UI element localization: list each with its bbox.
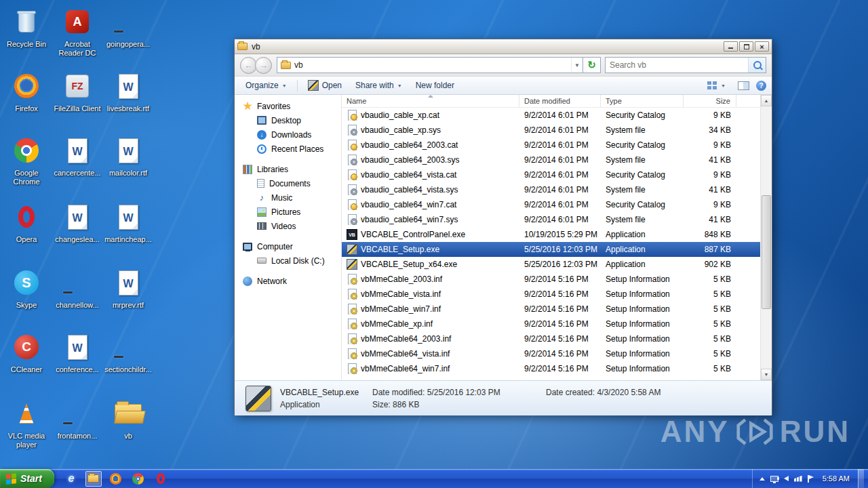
help-button[interactable]: [756, 81, 766, 91]
desktop-icon-recycle-bin[interactable]: Recycle Bin: [3, 5, 50, 49]
desktop-icon-cancercente[interactable]: cancercente...: [54, 134, 101, 178]
sidebar-item-desktop[interactable]: Desktop: [235, 113, 341, 127]
column-header-type[interactable]: Type: [601, 95, 684, 107]
opera-taskbar-icon[interactable]: [153, 471, 169, 487]
windows-explorer-taskbar-button[interactable]: [85, 471, 102, 487]
network-tray-icon[interactable]: [794, 476, 802, 482]
file-size: 5 KB: [684, 274, 736, 284]
file-row[interactable]: vbaudio_cable64_2003.cat9/2/2014 6:01 PM…: [342, 138, 760, 152]
organize-button[interactable]: Organize▼: [240, 79, 292, 92]
desktop-icon-changeslea[interactable]: changeslea...: [54, 201, 101, 244]
column-header-date-modified[interactable]: Date modified: [519, 95, 601, 107]
desktop-icon-vlc[interactable]: VLC media player: [3, 397, 50, 449]
file-row[interactable]: vbaudio_cable64_vista.sys9/2/2014 6:01 P…: [342, 182, 760, 197]
file-row[interactable]: vbMmeCable_xp.inf9/2/2014 5:16 PMSetup I…: [342, 317, 760, 331]
firefox-taskbar-icon[interactable]: [108, 471, 124, 487]
file-row[interactable]: vbaudio_cable_xp.sys9/2/2014 6:01 PMSyst…: [342, 123, 760, 138]
preview-pane-button[interactable]: [738, 81, 749, 90]
search-icon[interactable]: [748, 58, 766, 73]
refresh-button[interactable]: ↻: [583, 57, 601, 73]
blank-shortcut-icon: [104, 331, 152, 363]
navigation-bar: ← → vb ▼ ↻: [235, 54, 772, 77]
close-button[interactable]: ×: [755, 41, 769, 52]
desktop-icon-filezilla[interactable]: FileZilla Client: [54, 70, 101, 113]
vertical-scrollbar[interactable]: ▲ ▼: [760, 95, 772, 380]
file-row[interactable]: VBCABLE_Setup_x64.exe5/25/2016 12:03 PMA…: [342, 257, 760, 272]
desktop-icon-martincheap[interactable]: martincheap...: [104, 201, 152, 244]
column-header-name[interactable]: Name: [342, 95, 519, 107]
desktop-icon-conference[interactable]: conference...: [54, 331, 101, 374]
desktop-icon-skype[interactable]: Skype: [3, 266, 50, 310]
desktop-icon-label: Opera: [3, 235, 50, 244]
hidden-icons-arrow-icon[interactable]: [760, 477, 765, 481]
show-desktop-button[interactable]: [858, 469, 864, 488]
internet-explorer-taskbar-icon[interactable]: [63, 471, 79, 487]
taskbar-clock[interactable]: 5:58 AM: [823, 474, 850, 483]
desktop-icon-google-chrome[interactable]: Google Chrome: [3, 134, 50, 186]
desktop-icon-vb-folder[interactable]: vb: [104, 397, 152, 441]
title-bar[interactable]: vb ×: [235, 39, 772, 54]
file-row[interactable]: vbMmeCable64_vista.inf9/2/2014 5:16 PMSe…: [342, 346, 760, 361]
column-header-size[interactable]: Size: [684, 95, 736, 107]
desktop-icon-firefox[interactable]: Firefox: [3, 70, 50, 113]
maximize-button[interactable]: [739, 41, 753, 52]
file-row[interactable]: vbMmeCable_2003.inf9/2/2014 5:16 PMSetup…: [342, 272, 760, 287]
sidebar-section-libraries[interactable]: Libraries: [235, 162, 341, 176]
minimize-button[interactable]: [724, 41, 738, 52]
chrome-taskbar-icon[interactable]: [130, 471, 146, 487]
desktop[interactable]: { "colors":{"selection_blue":"#1d4fa0","…: [0, 0, 868, 488]
start-button[interactable]: Start: [0, 469, 54, 488]
file-row[interactable]: VBCABLE_ControlPanel.exe10/19/2015 5:29 …: [342, 227, 760, 242]
file-size: 5 KB: [684, 349, 736, 359]
file-row[interactable]: vbaudio_cable64_win7.cat9/2/2014 6:01 PM…: [342, 197, 760, 212]
action-center-tray-icon[interactable]: [808, 475, 814, 483]
sidebar-section-computer[interactable]: Computer: [235, 239, 341, 253]
desktop-icon-mrprev[interactable]: mrprev.rtf: [104, 266, 152, 310]
file-row[interactable]: vbMmeCable64_win7.inf9/2/2014 5:16 PMSet…: [342, 361, 760, 376]
desktop-icon-sectionchildr[interactable]: sectionchildr...: [104, 331, 152, 374]
scroll-up-arrow-icon[interactable]: ▲: [761, 95, 772, 106]
file-row[interactable]: vbMmeCable_vista.inf9/2/2014 5:16 PMSetu…: [342, 287, 760, 302]
file-row[interactable]: vbaudio_cable64_win7.sys9/2/2014 6:01 PM…: [342, 212, 760, 227]
sidebar-section-network[interactable]: Network: [235, 274, 341, 288]
search-box[interactable]: [605, 57, 766, 73]
desktop-icon-mailcolor[interactable]: mailcolor.rtf: [104, 134, 152, 178]
open-button[interactable]: Open: [302, 78, 347, 93]
file-modified: 9/2/2014 5:16 PM: [519, 289, 601, 299]
file-name: vbaudio_cable64_2003.cat: [361, 140, 458, 150]
change-view-button[interactable]: ▼: [702, 79, 731, 92]
file-row[interactable]: vbaudio_cable64_vista.cat9/2/2014 6:01 P…: [342, 167, 760, 182]
file-type: System file: [601, 185, 684, 195]
scroll-down-arrow-icon[interactable]: ▼: [761, 369, 772, 380]
desktop-icon-goingopera[interactable]: goingopera...: [104, 5, 152, 49]
sidebar-item-downloads[interactable]: Downloads: [235, 127, 341, 142]
scrollbar-thumb[interactable]: [762, 195, 771, 309]
desktop-icon-opera[interactable]: Opera: [3, 201, 50, 244]
new-folder-button[interactable]: New folder: [410, 79, 460, 92]
file-row[interactable]: vbMmeCable_win7.inf9/2/2014 5:16 PMSetup…: [342, 302, 760, 317]
address-bar[interactable]: vb ▼: [277, 57, 583, 73]
file-row-selected[interactable]: VBCABLE_Setup.exe5/25/2016 12:03 PMAppli…: [342, 242, 760, 257]
desktop-icon-channellow[interactable]: channellow...: [54, 266, 101, 310]
file-row[interactable]: vbaudio_cable64_2003.sys9/2/2014 6:01 PM…: [342, 152, 760, 167]
forward-button[interactable]: →: [255, 57, 272, 74]
sidebar-item-local-disk-c[interactable]: Local Disk (C:): [235, 253, 341, 268]
sidebar-section-favorites[interactable]: Favorites: [235, 99, 341, 113]
desktop-icon-livesbreak[interactable]: livesbreak.rtf: [104, 70, 152, 113]
desktop-icon-frontamon[interactable]: frontamon...: [54, 397, 101, 441]
volume-tray-icon[interactable]: [784, 476, 789, 481]
sidebar-item-recent-places[interactable]: Recent Places: [235, 142, 341, 156]
sidebar-item-documents[interactable]: Documents: [235, 176, 341, 190]
sidebar-item-music[interactable]: Music: [235, 190, 341, 205]
share-with-button[interactable]: Share with▼: [350, 79, 408, 92]
file-type: Setup Information: [601, 334, 684, 344]
address-dropdown-arrow[interactable]: ▼: [571, 58, 583, 73]
file-row[interactable]: vbaudio_cable_xp.cat9/2/2014 6:01 PMSecu…: [342, 108, 760, 123]
sidebar-item-videos[interactable]: Videos: [235, 219, 341, 233]
file-row[interactable]: vbMmeCable64_2003.inf9/2/2014 5:16 PMSet…: [342, 331, 760, 346]
desktop-icon-ccleaner[interactable]: CCleaner: [3, 331, 50, 374]
sidebar-item-pictures[interactable]: Pictures: [235, 205, 341, 219]
desktop-icon: [257, 116, 267, 125]
desktop-icon-acrobat[interactable]: Acrobat Reader DC: [54, 5, 101, 58]
search-input[interactable]: [606, 60, 748, 70]
